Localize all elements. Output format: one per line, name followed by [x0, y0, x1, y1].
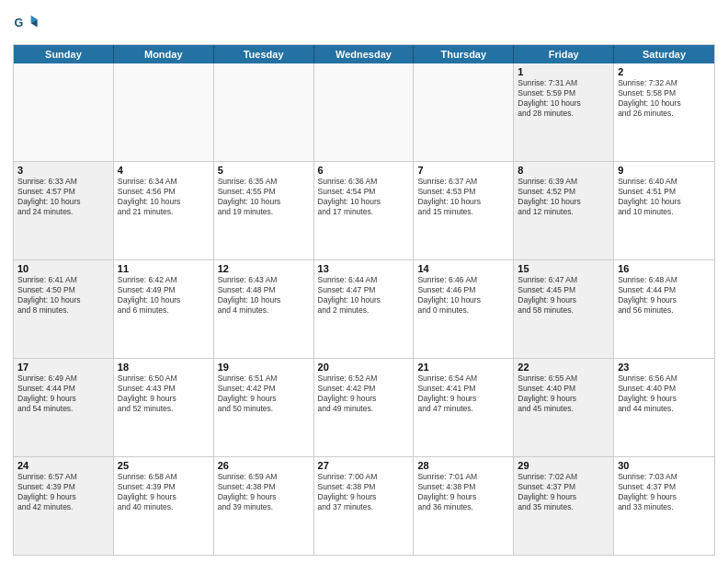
calendar-cell: 17Sunrise: 6:49 AM Sunset: 4:44 PM Dayli… — [14, 359, 114, 456]
day-number: 14 — [417, 263, 509, 274]
calendar-cell — [14, 63, 114, 161]
day-info: Sunrise: 6:46 AM Sunset: 4:46 PM Dayligh… — [417, 275, 509, 316]
svg-text:G: G — [14, 17, 23, 29]
calendar-cell: 18Sunrise: 6:50 AM Sunset: 4:43 PM Dayli… — [114, 359, 214, 456]
day-number: 9 — [618, 165, 711, 176]
calendar-cell: 6Sunrise: 6:36 AM Sunset: 4:54 PM Daylig… — [314, 162, 415, 259]
calendar-cell: 10Sunrise: 6:41 AM Sunset: 4:50 PM Dayli… — [14, 260, 114, 358]
logo-icon: G — [13, 13, 39, 39]
day-number: 5 — [218, 165, 310, 176]
calendar-row: 1Sunrise: 7:31 AM Sunset: 5:59 PM Daylig… — [14, 63, 714, 161]
day-number: 15 — [518, 263, 609, 274]
calendar-cell: 4Sunrise: 6:34 AM Sunset: 4:56 PM Daylig… — [114, 162, 214, 259]
day-info: Sunrise: 7:32 AM Sunset: 5:58 PM Dayligh… — [618, 78, 711, 119]
weekday-header: Monday — [114, 45, 214, 63]
calendar-body: 1Sunrise: 7:31 AM Sunset: 5:59 PM Daylig… — [14, 63, 714, 555]
day-number: 24 — [17, 460, 109, 471]
day-number: 28 — [417, 460, 509, 471]
calendar-cell: 5Sunrise: 6:35 AM Sunset: 4:55 PM Daylig… — [214, 162, 314, 259]
calendar-cell: 29Sunrise: 7:02 AM Sunset: 4:37 PM Dayli… — [514, 457, 614, 555]
calendar-cell: 16Sunrise: 6:48 AM Sunset: 4:44 PM Dayli… — [614, 260, 714, 358]
calendar-row: 17Sunrise: 6:49 AM Sunset: 4:44 PM Dayli… — [14, 358, 714, 456]
calendar-cell: 8Sunrise: 6:39 AM Sunset: 4:52 PM Daylig… — [514, 162, 614, 259]
day-number: 18 — [118, 362, 210, 373]
day-number: 10 — [17, 263, 109, 274]
calendar-cell: 23Sunrise: 6:56 AM Sunset: 4:40 PM Dayli… — [614, 359, 714, 456]
day-info: Sunrise: 6:56 AM Sunset: 4:40 PM Dayligh… — [618, 373, 711, 414]
day-info: Sunrise: 7:02 AM Sunset: 4:37 PM Dayligh… — [518, 472, 609, 512]
day-info: Sunrise: 6:55 AM Sunset: 4:40 PM Dayligh… — [518, 373, 609, 414]
day-info: Sunrise: 6:51 AM Sunset: 4:42 PM Dayligh… — [218, 373, 310, 414]
day-info: Sunrise: 6:58 AM Sunset: 4:39 PM Dayligh… — [118, 472, 210, 512]
calendar-cell: 11Sunrise: 6:42 AM Sunset: 4:49 PM Dayli… — [114, 260, 214, 358]
day-number: 6 — [318, 165, 410, 176]
calendar-cell: 30Sunrise: 7:03 AM Sunset: 4:37 PM Dayli… — [614, 457, 714, 555]
day-info: Sunrise: 6:54 AM Sunset: 4:41 PM Dayligh… — [417, 373, 509, 414]
weekday-header: Tuesday — [214, 45, 314, 63]
day-info: Sunrise: 7:03 AM Sunset: 4:37 PM Dayligh… — [618, 472, 711, 512]
weekday-header: Friday — [514, 45, 614, 63]
day-number: 19 — [218, 362, 310, 373]
weekday-header: Saturday — [614, 45, 714, 63]
day-number: 26 — [218, 460, 310, 471]
day-number: 2 — [618, 66, 711, 77]
day-number: 12 — [218, 263, 310, 274]
day-info: Sunrise: 6:40 AM Sunset: 4:51 PM Dayligh… — [618, 177, 711, 217]
day-number: 25 — [118, 460, 210, 471]
calendar-cell: 14Sunrise: 6:46 AM Sunset: 4:46 PM Dayli… — [414, 260, 514, 358]
calendar-cell: 25Sunrise: 6:58 AM Sunset: 4:39 PM Dayli… — [114, 457, 214, 555]
calendar-row: 3Sunrise: 6:33 AM Sunset: 4:57 PM Daylig… — [14, 161, 714, 259]
calendar-row: 24Sunrise: 6:57 AM Sunset: 4:39 PM Dayli… — [14, 456, 714, 555]
day-number: 22 — [518, 362, 609, 373]
logo: G — [13, 13, 42, 39]
day-info: Sunrise: 6:33 AM Sunset: 4:57 PM Dayligh… — [17, 177, 109, 217]
calendar-cell: 2Sunrise: 7:32 AM Sunset: 5:58 PM Daylig… — [614, 63, 714, 161]
day-number: 1 — [518, 66, 609, 77]
header: G — [13, 9, 715, 39]
calendar-cell: 13Sunrise: 6:44 AM Sunset: 4:47 PM Dayli… — [314, 260, 415, 358]
day-info: Sunrise: 6:42 AM Sunset: 4:49 PM Dayligh… — [118, 275, 210, 316]
day-info: Sunrise: 6:37 AM Sunset: 4:53 PM Dayligh… — [417, 177, 509, 217]
calendar-cell: 7Sunrise: 6:37 AM Sunset: 4:53 PM Daylig… — [414, 162, 514, 259]
day-info: Sunrise: 6:49 AM Sunset: 4:44 PM Dayligh… — [17, 373, 109, 414]
calendar-cell: 24Sunrise: 6:57 AM Sunset: 4:39 PM Dayli… — [14, 457, 114, 555]
day-number: 27 — [318, 460, 410, 471]
day-info: Sunrise: 6:34 AM Sunset: 4:56 PM Dayligh… — [118, 177, 210, 217]
day-info: Sunrise: 6:52 AM Sunset: 4:42 PM Dayligh… — [318, 373, 410, 414]
day-info: Sunrise: 6:36 AM Sunset: 4:54 PM Dayligh… — [318, 177, 410, 217]
weekday-header: Sunday — [14, 45, 114, 63]
calendar-cell: 22Sunrise: 6:55 AM Sunset: 4:40 PM Dayli… — [514, 359, 614, 456]
day-number: 21 — [417, 362, 509, 373]
day-number: 8 — [518, 165, 609, 176]
day-info: Sunrise: 6:48 AM Sunset: 4:44 PM Dayligh… — [618, 275, 711, 316]
day-info: Sunrise: 6:59 AM Sunset: 4:38 PM Dayligh… — [218, 472, 310, 512]
day-number: 13 — [318, 263, 410, 274]
calendar-cell: 12Sunrise: 6:43 AM Sunset: 4:48 PM Dayli… — [214, 260, 314, 358]
calendar-row: 10Sunrise: 6:41 AM Sunset: 4:50 PM Dayli… — [14, 259, 714, 358]
day-number: 11 — [118, 263, 210, 274]
day-number: 3 — [17, 165, 109, 176]
day-info: Sunrise: 6:47 AM Sunset: 4:45 PM Dayligh… — [518, 275, 609, 316]
calendar-cell: 1Sunrise: 7:31 AM Sunset: 5:59 PM Daylig… — [514, 63, 614, 161]
calendar-cell: 27Sunrise: 7:00 AM Sunset: 4:38 PM Dayli… — [314, 457, 415, 555]
day-number: 29 — [518, 460, 609, 471]
day-number: 16 — [618, 263, 711, 274]
weekday-header: Thursday — [414, 45, 514, 63]
day-number: 17 — [17, 362, 109, 373]
day-number: 23 — [618, 362, 711, 373]
calendar-cell: 3Sunrise: 6:33 AM Sunset: 4:57 PM Daylig… — [14, 162, 114, 259]
calendar-cell — [214, 63, 314, 161]
day-number: 30 — [618, 460, 711, 471]
calendar-cell: 21Sunrise: 6:54 AM Sunset: 4:41 PM Dayli… — [414, 359, 514, 456]
calendar-cell: 19Sunrise: 6:51 AM Sunset: 4:42 PM Dayli… — [214, 359, 314, 456]
day-info: Sunrise: 6:44 AM Sunset: 4:47 PM Dayligh… — [318, 275, 410, 316]
weekday-header: Wednesday — [314, 45, 415, 63]
day-info: Sunrise: 6:35 AM Sunset: 4:55 PM Dayligh… — [218, 177, 310, 217]
calendar-cell: 28Sunrise: 7:01 AM Sunset: 4:38 PM Dayli… — [414, 457, 514, 555]
day-info: Sunrise: 6:57 AM Sunset: 4:39 PM Dayligh… — [17, 472, 109, 512]
day-number: 4 — [118, 165, 210, 176]
day-info: Sunrise: 7:31 AM Sunset: 5:59 PM Dayligh… — [518, 78, 609, 119]
day-info: Sunrise: 6:39 AM Sunset: 4:52 PM Dayligh… — [518, 177, 609, 217]
calendar-cell: 15Sunrise: 6:47 AM Sunset: 4:45 PM Dayli… — [514, 260, 614, 358]
calendar-header: SundayMondayTuesdayWednesdayThursdayFrid… — [14, 45, 714, 63]
